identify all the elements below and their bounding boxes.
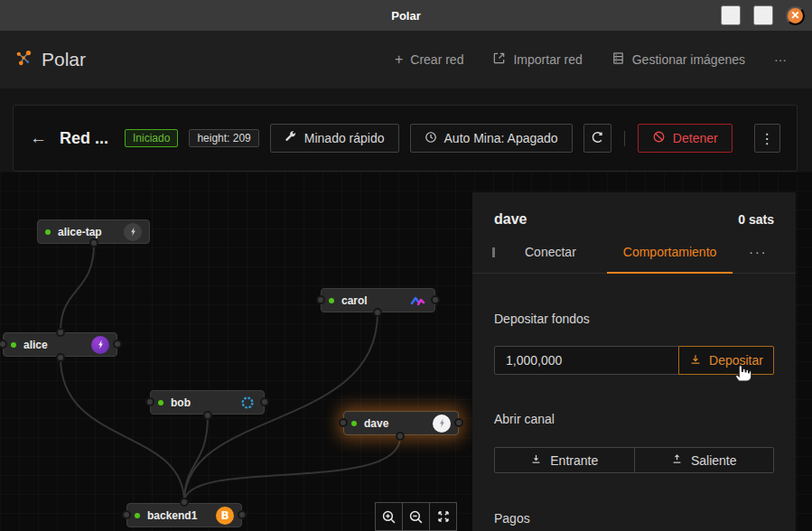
status-dot bbox=[11, 342, 16, 348]
create-network-button[interactable]: + Crear red bbox=[384, 45, 474, 74]
close-button[interactable]: ✕ bbox=[786, 6, 805, 25]
toolbar-divider bbox=[624, 131, 625, 146]
port-alice-tap-bottom[interactable] bbox=[89, 238, 98, 247]
node-label: alice bbox=[23, 339, 84, 351]
download-icon bbox=[689, 353, 702, 368]
zoom-out-button[interactable] bbox=[402, 502, 430, 531]
window-controls: – + ✕ bbox=[721, 0, 805, 31]
port-alice-top[interactable] bbox=[56, 328, 65, 337]
network-title: Red ... bbox=[60, 129, 108, 148]
tab-connect[interactable]: Conectar bbox=[525, 245, 576, 259]
port-bob-left[interactable] bbox=[145, 397, 154, 406]
import-icon bbox=[492, 51, 506, 68]
zoom-in-button[interactable] bbox=[375, 502, 403, 531]
toolbar-kebab-button[interactable]: ⋮ bbox=[754, 124, 780, 153]
polar-app-window: Polar – + ✕ Pola bbox=[0, 0, 812, 531]
manage-images-button[interactable]: Gestionar imágenes bbox=[601, 44, 756, 75]
sidebar-node-name: dave bbox=[494, 211, 527, 228]
incoming-label: Entrante bbox=[550, 453, 598, 468]
outgoing-channel-button[interactable]: Saliente bbox=[634, 447, 775, 473]
tabs-more-button[interactable]: ··· bbox=[749, 245, 767, 259]
reload-icon bbox=[590, 130, 604, 147]
payments-heading: Pagos bbox=[494, 511, 774, 526]
block-height-badge: height: 209 bbox=[189, 129, 258, 147]
port-backend1-top[interactable] bbox=[180, 498, 189, 507]
tab-clipped-edge[interactable] bbox=[492, 247, 495, 257]
outgoing-label: Saliente bbox=[691, 453, 737, 468]
database-icon bbox=[611, 51, 625, 68]
core-lightning-icon bbox=[238, 394, 257, 412]
download-icon bbox=[530, 453, 542, 468]
port-backend1-right[interactable] bbox=[238, 510, 247, 519]
import-network-button[interactable]: Importar red bbox=[481, 44, 593, 75]
tapd-icon bbox=[124, 223, 142, 241]
plus-icon: + bbox=[395, 52, 403, 67]
header-more-button[interactable]: ··· bbox=[763, 45, 798, 74]
port-dave-bottom[interactable] bbox=[396, 432, 405, 441]
create-network-label: Crear red bbox=[410, 52, 463, 67]
status-badge: Iniciado bbox=[125, 129, 178, 147]
port-bob-right[interactable] bbox=[260, 397, 269, 406]
upload-icon bbox=[671, 453, 683, 468]
port-carol-right[interactable] bbox=[431, 295, 440, 304]
network-toolbar: ← Red ... Iniciado height: 209 Minado rá… bbox=[13, 105, 798, 172]
port-carol-left[interactable] bbox=[316, 295, 325, 304]
fit-view-button[interactable] bbox=[429, 502, 457, 531]
stop-network-button[interactable]: Detener bbox=[638, 124, 733, 153]
deposit-button-label: Depositar bbox=[709, 353, 763, 368]
eclair-icon bbox=[433, 415, 451, 433]
node-label: alice-tap bbox=[58, 226, 117, 238]
auto-mine-button[interactable]: Auto Mina: Apagado bbox=[410, 124, 573, 153]
deposit-heading: Depositar fondos bbox=[494, 312, 774, 326]
deposit-amount-input[interactable] bbox=[494, 346, 679, 375]
app-name: Polar bbox=[42, 49, 86, 70]
polar-logo-icon bbox=[14, 49, 33, 70]
litd-icon bbox=[409, 292, 427, 310]
auto-mine-label: Auto Mina: Apagado bbox=[444, 131, 558, 145]
port-alice-bottom[interactable] bbox=[56, 353, 65, 362]
node-label: bob bbox=[171, 396, 231, 409]
quick-mine-button[interactable]: Minado rápido bbox=[270, 124, 399, 153]
status-dot bbox=[45, 229, 51, 235]
lnd-icon bbox=[91, 336, 109, 354]
minimize-button[interactable]: – bbox=[721, 5, 741, 25]
canvas-zoom-controls bbox=[375, 502, 457, 531]
manage-images-label: Gestionar imágenes bbox=[632, 52, 745, 67]
port-backend1-left[interactable] bbox=[122, 510, 131, 519]
sidebar-header: dave 0 sats bbox=[472, 192, 796, 228]
node-backend1[interactable]: backend1 B bbox=[126, 503, 242, 527]
incoming-channel-button[interactable]: Entrante bbox=[494, 447, 635, 473]
stop-icon bbox=[652, 130, 666, 146]
stop-network-label: Detener bbox=[673, 131, 718, 145]
port-alice-right[interactable] bbox=[113, 340, 122, 349]
clock-icon bbox=[425, 131, 437, 146]
open-channel-heading: Abrir canal bbox=[494, 412, 774, 426]
status-dot bbox=[329, 298, 334, 303]
node-label: carol bbox=[341, 294, 402, 307]
port-dave-left[interactable] bbox=[339, 418, 348, 427]
header-menu: + Crear red Importar red bbox=[384, 44, 798, 75]
port-dave-right[interactable] bbox=[454, 418, 463, 427]
sidebar-tabs: Conectar Comportamiento ··· bbox=[472, 231, 796, 274]
tab-behavior[interactable]: Comportamiento bbox=[607, 245, 733, 259]
back-arrow-icon[interactable]: ← bbox=[30, 128, 47, 148]
node-label: backend1 bbox=[147, 509, 209, 522]
os-titlebar: Polar – + ✕ bbox=[0, 0, 812, 31]
deposit-row: Depositar bbox=[494, 346, 774, 375]
maximize-button[interactable]: + bbox=[753, 5, 773, 25]
quick-mine-label: Minado rápido bbox=[304, 131, 385, 145]
node-detail-sidebar: dave 0 sats Conectar Comportamiento ··· … bbox=[472, 192, 796, 531]
wrench-icon bbox=[285, 131, 297, 146]
status-dot bbox=[351, 421, 357, 426]
status-dot bbox=[135, 513, 140, 518]
port-bob-bottom[interactable] bbox=[203, 411, 212, 420]
status-dot bbox=[158, 400, 163, 405]
brand: Polar bbox=[14, 49, 86, 70]
refresh-button[interactable] bbox=[583, 124, 611, 153]
deposit-button[interactable]: Depositar bbox=[678, 346, 774, 375]
import-network-label: Importar red bbox=[513, 52, 582, 67]
node-label: dave bbox=[364, 417, 425, 430]
port-carol-bottom[interactable] bbox=[373, 308, 382, 317]
app-header: Polar + Crear red Importar red bbox=[0, 31, 812, 88]
open-channel-row: Entrante Saliente bbox=[494, 447, 774, 473]
